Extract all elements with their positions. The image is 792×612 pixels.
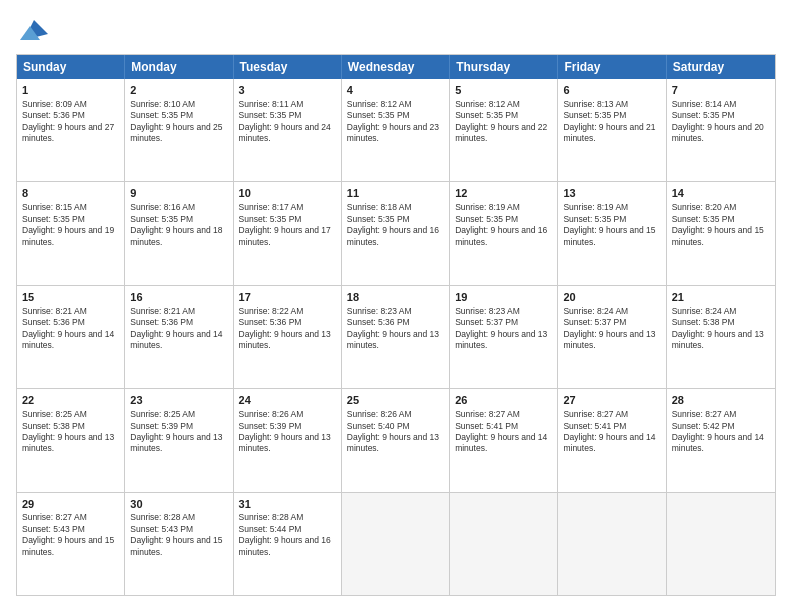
calendar-cell: 7Sunrise: 8:14 AM Sunset: 5:35 PM Daylig… — [667, 79, 775, 181]
header-day-wednesday: Wednesday — [342, 55, 450, 79]
day-number: 21 — [672, 290, 770, 305]
calendar-row-1: 8Sunrise: 8:15 AM Sunset: 5:35 PM Daylig… — [17, 181, 775, 284]
calendar-cell: 17Sunrise: 8:22 AM Sunset: 5:36 PM Dayli… — [234, 286, 342, 388]
calendar-cell: 5Sunrise: 8:12 AM Sunset: 5:35 PM Daylig… — [450, 79, 558, 181]
calendar-cell: 1Sunrise: 8:09 AM Sunset: 5:36 PM Daylig… — [17, 79, 125, 181]
calendar: SundayMondayTuesdayWednesdayThursdayFrid… — [16, 54, 776, 596]
header-day-sunday: Sunday — [17, 55, 125, 79]
cell-detail: Sunrise: 8:12 AM Sunset: 5:35 PM Dayligh… — [455, 99, 552, 145]
cell-detail: Sunrise: 8:26 AM Sunset: 5:40 PM Dayligh… — [347, 409, 444, 455]
day-number: 3 — [239, 83, 336, 98]
calendar-cell: 14Sunrise: 8:20 AM Sunset: 5:35 PM Dayli… — [667, 182, 775, 284]
cell-detail: Sunrise: 8:28 AM Sunset: 5:43 PM Dayligh… — [130, 512, 227, 558]
calendar-cell: 12Sunrise: 8:19 AM Sunset: 5:35 PM Dayli… — [450, 182, 558, 284]
cell-detail: Sunrise: 8:18 AM Sunset: 5:35 PM Dayligh… — [347, 202, 444, 248]
calendar-body: 1Sunrise: 8:09 AM Sunset: 5:36 PM Daylig… — [17, 79, 775, 595]
cell-detail: Sunrise: 8:19 AM Sunset: 5:35 PM Dayligh… — [563, 202, 660, 248]
calendar-cell: 20Sunrise: 8:24 AM Sunset: 5:37 PM Dayli… — [558, 286, 666, 388]
day-number: 9 — [130, 186, 227, 201]
cell-detail: Sunrise: 8:23 AM Sunset: 5:37 PM Dayligh… — [455, 306, 552, 352]
header-day-monday: Monday — [125, 55, 233, 79]
day-number: 31 — [239, 497, 336, 512]
cell-detail: Sunrise: 8:28 AM Sunset: 5:44 PM Dayligh… — [239, 512, 336, 558]
day-number: 14 — [672, 186, 770, 201]
day-number: 17 — [239, 290, 336, 305]
day-number: 1 — [22, 83, 119, 98]
calendar-cell: 6Sunrise: 8:13 AM Sunset: 5:35 PM Daylig… — [558, 79, 666, 181]
cell-detail: Sunrise: 8:12 AM Sunset: 5:35 PM Dayligh… — [347, 99, 444, 145]
header-day-tuesday: Tuesday — [234, 55, 342, 79]
calendar-cell: 23Sunrise: 8:25 AM Sunset: 5:39 PM Dayli… — [125, 389, 233, 491]
cell-detail: Sunrise: 8:24 AM Sunset: 5:38 PM Dayligh… — [672, 306, 770, 352]
calendar-row-2: 15Sunrise: 8:21 AM Sunset: 5:36 PM Dayli… — [17, 285, 775, 388]
calendar-cell: 11Sunrise: 8:18 AM Sunset: 5:35 PM Dayli… — [342, 182, 450, 284]
calendar-cell: 4Sunrise: 8:12 AM Sunset: 5:35 PM Daylig… — [342, 79, 450, 181]
day-number: 29 — [22, 497, 119, 512]
cell-detail: Sunrise: 8:27 AM Sunset: 5:41 PM Dayligh… — [455, 409, 552, 455]
cell-detail: Sunrise: 8:24 AM Sunset: 5:37 PM Dayligh… — [563, 306, 660, 352]
calendar-cell: 19Sunrise: 8:23 AM Sunset: 5:37 PM Dayli… — [450, 286, 558, 388]
calendar-cell: 8Sunrise: 8:15 AM Sunset: 5:35 PM Daylig… — [17, 182, 125, 284]
calendar-cell: 16Sunrise: 8:21 AM Sunset: 5:36 PM Dayli… — [125, 286, 233, 388]
day-number: 27 — [563, 393, 660, 408]
cell-detail: Sunrise: 8:16 AM Sunset: 5:35 PM Dayligh… — [130, 202, 227, 248]
calendar-cell: 24Sunrise: 8:26 AM Sunset: 5:39 PM Dayli… — [234, 389, 342, 491]
day-number: 11 — [347, 186, 444, 201]
day-number: 15 — [22, 290, 119, 305]
calendar-cell — [342, 493, 450, 595]
day-number: 13 — [563, 186, 660, 201]
day-number: 30 — [130, 497, 227, 512]
calendar-cell: 27Sunrise: 8:27 AM Sunset: 5:41 PM Dayli… — [558, 389, 666, 491]
page: SundayMondayTuesdayWednesdayThursdayFrid… — [0, 0, 792, 612]
logo — [16, 16, 48, 44]
cell-detail: Sunrise: 8:25 AM Sunset: 5:38 PM Dayligh… — [22, 409, 119, 455]
day-number: 16 — [130, 290, 227, 305]
day-number: 8 — [22, 186, 119, 201]
day-number: 19 — [455, 290, 552, 305]
header-day-saturday: Saturday — [667, 55, 775, 79]
calendar-cell: 25Sunrise: 8:26 AM Sunset: 5:40 PM Dayli… — [342, 389, 450, 491]
calendar-row-4: 29Sunrise: 8:27 AM Sunset: 5:43 PM Dayli… — [17, 492, 775, 595]
day-number: 24 — [239, 393, 336, 408]
day-number: 6 — [563, 83, 660, 98]
calendar-cell: 26Sunrise: 8:27 AM Sunset: 5:41 PM Dayli… — [450, 389, 558, 491]
calendar-cell: 22Sunrise: 8:25 AM Sunset: 5:38 PM Dayli… — [17, 389, 125, 491]
day-number: 25 — [347, 393, 444, 408]
day-number: 4 — [347, 83, 444, 98]
cell-detail: Sunrise: 8:09 AM Sunset: 5:36 PM Dayligh… — [22, 99, 119, 145]
cell-detail: Sunrise: 8:13 AM Sunset: 5:35 PM Dayligh… — [563, 99, 660, 145]
calendar-cell: 10Sunrise: 8:17 AM Sunset: 5:35 PM Dayli… — [234, 182, 342, 284]
header — [16, 16, 776, 44]
day-number: 7 — [672, 83, 770, 98]
day-number: 2 — [130, 83, 227, 98]
day-number: 22 — [22, 393, 119, 408]
day-number: 20 — [563, 290, 660, 305]
calendar-row-0: 1Sunrise: 8:09 AM Sunset: 5:36 PM Daylig… — [17, 79, 775, 181]
cell-detail: Sunrise: 8:22 AM Sunset: 5:36 PM Dayligh… — [239, 306, 336, 352]
header-day-friday: Friday — [558, 55, 666, 79]
calendar-cell — [667, 493, 775, 595]
day-number: 12 — [455, 186, 552, 201]
calendar-row-3: 22Sunrise: 8:25 AM Sunset: 5:38 PM Dayli… — [17, 388, 775, 491]
day-number: 23 — [130, 393, 227, 408]
day-number: 28 — [672, 393, 770, 408]
logo-icon — [20, 16, 48, 44]
cell-detail: Sunrise: 8:15 AM Sunset: 5:35 PM Dayligh… — [22, 202, 119, 248]
calendar-cell: 2Sunrise: 8:10 AM Sunset: 5:35 PM Daylig… — [125, 79, 233, 181]
cell-detail: Sunrise: 8:20 AM Sunset: 5:35 PM Dayligh… — [672, 202, 770, 248]
calendar-cell: 28Sunrise: 8:27 AM Sunset: 5:42 PM Dayli… — [667, 389, 775, 491]
cell-detail: Sunrise: 8:21 AM Sunset: 5:36 PM Dayligh… — [130, 306, 227, 352]
cell-detail: Sunrise: 8:21 AM Sunset: 5:36 PM Dayligh… — [22, 306, 119, 352]
calendar-cell: 13Sunrise: 8:19 AM Sunset: 5:35 PM Dayli… — [558, 182, 666, 284]
calendar-cell — [450, 493, 558, 595]
calendar-cell: 30Sunrise: 8:28 AM Sunset: 5:43 PM Dayli… — [125, 493, 233, 595]
cell-detail: Sunrise: 8:25 AM Sunset: 5:39 PM Dayligh… — [130, 409, 227, 455]
calendar-cell: 21Sunrise: 8:24 AM Sunset: 5:38 PM Dayli… — [667, 286, 775, 388]
cell-detail: Sunrise: 8:27 AM Sunset: 5:43 PM Dayligh… — [22, 512, 119, 558]
calendar-cell: 29Sunrise: 8:27 AM Sunset: 5:43 PM Dayli… — [17, 493, 125, 595]
cell-detail: Sunrise: 8:11 AM Sunset: 5:35 PM Dayligh… — [239, 99, 336, 145]
day-number: 10 — [239, 186, 336, 201]
cell-detail: Sunrise: 8:26 AM Sunset: 5:39 PM Dayligh… — [239, 409, 336, 455]
calendar-cell: 31Sunrise: 8:28 AM Sunset: 5:44 PM Dayli… — [234, 493, 342, 595]
calendar-header: SundayMondayTuesdayWednesdayThursdayFrid… — [17, 55, 775, 79]
